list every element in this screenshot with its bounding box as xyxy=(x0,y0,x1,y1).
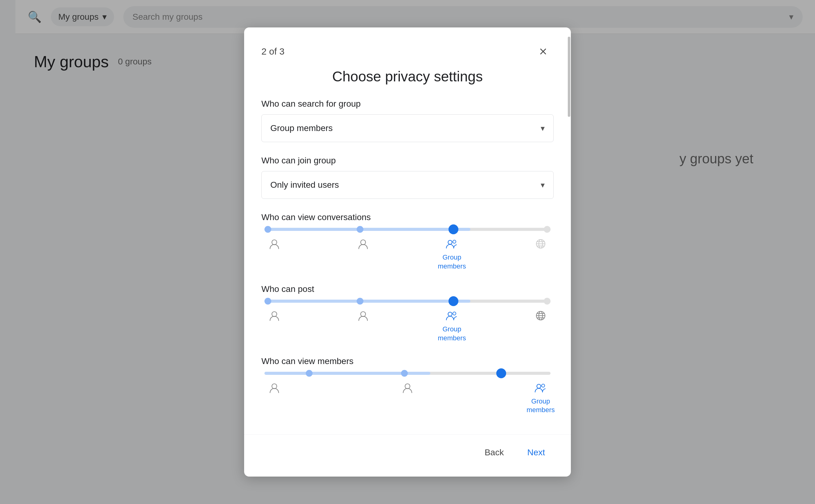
who-can-search-select[interactable]: Group members ▾ xyxy=(261,114,554,142)
slider-option-member xyxy=(351,237,375,251)
who-can-post-section: Who can post xyxy=(261,284,554,342)
svg-point-20 xyxy=(272,384,277,389)
who-can-view-members-label: Who can view members xyxy=(261,356,554,366)
svg-point-3 xyxy=(361,240,366,245)
who-can-view-conversations-label: Who can view conversations xyxy=(261,212,554,222)
owner-icon-post xyxy=(268,309,281,322)
modal-footer: Back Next xyxy=(244,434,571,477)
svg-point-12 xyxy=(361,312,366,317)
modal-overlay: 2 of 3 Choose privacy settings Who can s… xyxy=(0,0,815,504)
post-slider-dot-4 xyxy=(544,298,551,305)
view-members-slider-icons: Groupmembers xyxy=(261,381,554,415)
view-members-dot-2 xyxy=(401,370,408,377)
modal-body: Who can search for group Group members ▾… xyxy=(244,96,571,434)
slider-option-owner xyxy=(262,237,287,251)
group-members-icon-vm xyxy=(534,381,547,395)
modal-title: Choose privacy settings xyxy=(244,68,571,96)
post-slider-web xyxy=(528,309,553,322)
who-can-join-select[interactable]: Only invited users ▾ xyxy=(261,171,554,199)
slider-option-web xyxy=(528,237,553,251)
post-slider-owner xyxy=(262,309,287,322)
slider-track-view-members xyxy=(264,372,551,375)
slider-dot-3 xyxy=(448,224,458,234)
who-can-search-section: Who can search for group Group members ▾ xyxy=(261,99,554,142)
member-icon-post xyxy=(356,309,370,322)
slider-icons: Groupmembers xyxy=(261,237,554,271)
post-group-members-label: Groupmembers xyxy=(438,325,466,342)
next-button[interactable]: Next xyxy=(518,442,554,463)
view-members-dot-3 xyxy=(496,368,506,378)
who-can-post-label: Who can post xyxy=(261,284,554,294)
vm-group-members-label: Groupmembers xyxy=(526,397,555,415)
view-members-owner xyxy=(262,381,287,395)
group-members-icon xyxy=(445,237,459,251)
svg-point-11 xyxy=(272,312,277,317)
step-indicator: 2 of 3 xyxy=(261,46,285,57)
post-slider[interactable] xyxy=(261,300,554,303)
view-conversations-slider[interactable] xyxy=(261,228,554,231)
slider-dot-4 xyxy=(544,226,551,233)
who-can-search-label: Who can search for group xyxy=(261,99,554,109)
group-members-icon-post xyxy=(445,309,459,322)
view-members-dot-1 xyxy=(306,370,313,377)
post-slider-dot-3 xyxy=(448,296,458,306)
svg-point-22 xyxy=(537,384,541,388)
slider-track xyxy=(264,228,551,231)
post-slider-group-members: Groupmembers xyxy=(440,309,464,342)
view-members-slider[interactable] xyxy=(261,372,554,375)
close-button[interactable] xyxy=(533,41,554,62)
who-can-join-section: Who can join group Only invited users ▾ xyxy=(261,156,554,199)
who-can-join-value: Only invited users xyxy=(270,180,339,190)
post-slider-icons: Groupmembers xyxy=(261,309,554,342)
view-members-member xyxy=(395,381,420,395)
slider-track-post xyxy=(264,300,551,303)
slider-dot-2 xyxy=(357,226,363,233)
svg-point-5 xyxy=(453,240,456,243)
modal-scrollbar xyxy=(567,27,571,477)
svg-point-14 xyxy=(453,312,456,315)
who-can-view-conversations-section: Who can view conversations xyxy=(261,212,554,271)
modal-dialog: 2 of 3 Choose privacy settings Who can s… xyxy=(244,27,571,477)
who-can-view-members-section: Who can view members xyxy=(261,356,554,415)
svg-point-13 xyxy=(448,312,452,316)
svg-point-2 xyxy=(272,240,277,245)
scrollbar-thumb xyxy=(568,37,570,117)
post-slider-member xyxy=(351,309,375,322)
owner-icon xyxy=(268,237,281,251)
svg-point-23 xyxy=(542,384,545,387)
select-arrow-icon-2: ▾ xyxy=(541,180,545,190)
svg-point-4 xyxy=(448,240,452,244)
close-icon xyxy=(538,47,548,56)
who-can-search-value: Group members xyxy=(270,123,333,133)
back-button[interactable]: Back xyxy=(476,442,512,463)
web-icon xyxy=(534,237,547,251)
svg-point-21 xyxy=(405,384,410,389)
who-can-join-label: Who can join group xyxy=(261,156,554,166)
slider-group-members-label: Groupmembers xyxy=(438,253,466,271)
owner-icon-vm xyxy=(268,381,281,395)
web-icon-post xyxy=(534,309,547,322)
post-slider-dot-2 xyxy=(357,298,363,305)
select-arrow-icon: ▾ xyxy=(541,124,545,133)
modal-header: 2 of 3 xyxy=(244,27,571,68)
slider-option-group-members: Groupmembers xyxy=(440,237,464,271)
slider-dot-1 xyxy=(264,226,271,233)
member-icon xyxy=(356,237,370,251)
view-members-group-members: Groupmembers xyxy=(528,381,553,415)
post-slider-dot-1 xyxy=(264,298,271,305)
member-icon-vm xyxy=(401,381,414,395)
